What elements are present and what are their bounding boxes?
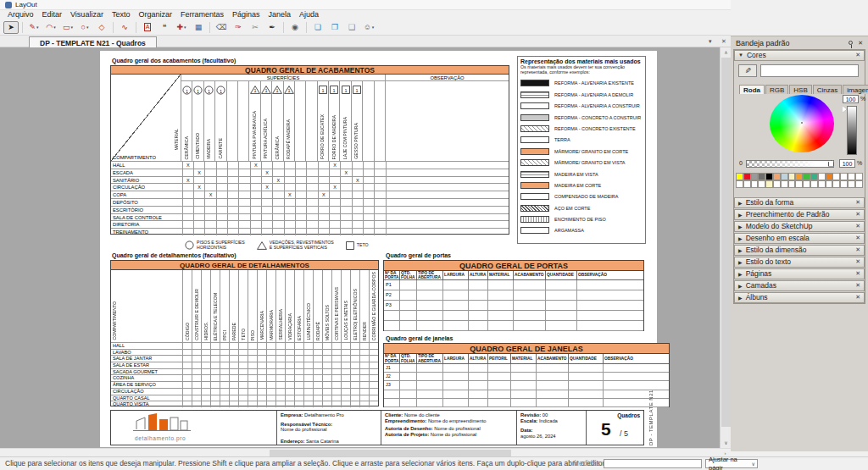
color-swatch[interactable] xyxy=(736,180,743,188)
menu-visualizar[interactable]: Visualizar xyxy=(66,10,108,19)
section-close-icon[interactable]: ✕ xyxy=(855,258,860,265)
section-close-icon[interactable]: ✕ xyxy=(855,211,860,218)
arc-tool[interactable]: ◠▾ xyxy=(43,21,58,34)
tab-close-icon[interactable]: ✕ xyxy=(721,38,726,45)
color-swatch[interactable] xyxy=(826,173,833,180)
label-tool[interactable]: ❝ xyxy=(157,21,172,34)
tab-imagem[interactable]: imagem xyxy=(843,85,868,94)
color-swatch[interactable] xyxy=(855,173,863,180)
section-close-icon[interactable]: ✕ xyxy=(855,199,860,206)
color-swatch[interactable] xyxy=(788,180,796,188)
color-swatch[interactable] xyxy=(781,180,788,188)
value-slider-handle[interactable] xyxy=(843,106,847,113)
tab-roda[interactable]: Roda xyxy=(739,85,765,94)
table-tool[interactable]: ▦ xyxy=(191,21,206,34)
color-swatch[interactable] xyxy=(832,173,840,180)
join-tool[interactable]: ✒ xyxy=(264,21,280,34)
color-swatch[interactable] xyxy=(826,180,833,188)
color-swatch[interactable] xyxy=(818,173,826,180)
color-swatch[interactable] xyxy=(848,180,855,188)
section-estilo-do-texto[interactable]: ▶Estilo do texto✕ xyxy=(734,257,865,268)
horizontal-scrollbar[interactable]: › xyxy=(0,448,731,456)
color-swatch[interactable] xyxy=(758,173,765,180)
opacity-slider-handle[interactable] xyxy=(828,160,834,167)
document-workspace[interactable]: Quadro geral dos acabamentos (facultativ… xyxy=(0,47,731,448)
vertical-scroll-thumb[interactable] xyxy=(721,58,731,427)
select-tool[interactable]: ➤ xyxy=(3,21,19,34)
section-close-icon[interactable]: ✕ xyxy=(855,270,860,277)
polygon-tool[interactable]: ◇ xyxy=(94,21,109,34)
color-swatch[interactable] xyxy=(743,180,751,188)
color-swatch[interactable] xyxy=(840,173,848,180)
account-tool[interactable]: ☺▾ xyxy=(361,21,376,34)
presentation-tool[interactable]: ◉ xyxy=(287,21,303,34)
eyedropper-button[interactable]: ✎ xyxy=(738,64,757,77)
color-swatch[interactable] xyxy=(773,173,781,180)
color-wheel-cursor[interactable] xyxy=(800,121,804,124)
value-percent-input[interactable]: 100 xyxy=(843,95,859,103)
section-camadas[interactable]: ▶Camadas✕ xyxy=(734,280,865,291)
tab-hsb[interactable]: HSB xyxy=(789,85,811,94)
pin-icon[interactable] xyxy=(849,41,853,45)
color-swatch[interactable] xyxy=(758,180,765,188)
menu-janela[interactable]: Janela xyxy=(264,10,295,19)
opacity-slider[interactable] xyxy=(746,160,834,168)
section-close-icon[interactable]: ✕ xyxy=(855,246,860,253)
color-swatch[interactable] xyxy=(795,173,803,180)
color-swatch[interactable] xyxy=(743,173,751,180)
add-page-tool[interactable]: ❏ xyxy=(310,21,326,34)
section-close-icon[interactable]: ✕ xyxy=(855,235,860,241)
section-albuns[interactable]: ▶Álbuns✕ xyxy=(734,292,865,303)
measurements-input[interactable] xyxy=(604,459,702,468)
dimension-tool[interactable]: ✚▾ xyxy=(174,21,189,34)
color-swatch[interactable] xyxy=(810,180,818,188)
color-swatch[interactable] xyxy=(832,180,840,188)
color-swatch[interactable] xyxy=(773,180,781,188)
title-block[interactable]: detalhamento.proEmpresa: Detalhamento Pr… xyxy=(110,410,644,445)
section-estilo-da-dimensao[interactable]: ▶Estilo da dimensão✕ xyxy=(734,245,865,256)
tab-rgb[interactable]: RGB xyxy=(765,85,788,94)
tray-close-icon[interactable]: ✕ xyxy=(858,40,863,47)
menu-organizar[interactable]: Organizar xyxy=(134,10,176,19)
janelas-table[interactable]: QUADRO GERAL DE JANELASNº DA PORTAQTD. F… xyxy=(383,343,670,407)
menu-arquivo[interactable]: Arquivo xyxy=(3,10,38,19)
menu-paginas[interactable]: Páginas xyxy=(228,10,264,19)
section-close-icon[interactable]: ✕ xyxy=(855,223,860,229)
color-swatch[interactable] xyxy=(765,180,773,188)
tab-list-caret-icon[interactable]: ▾ xyxy=(709,38,712,45)
menu-editar[interactable]: Editar xyxy=(38,10,67,19)
section-close-icon[interactable]: ✕ xyxy=(855,294,860,301)
tab-cinzas[interactable]: Cinzas xyxy=(813,85,842,94)
eraser-tool[interactable]: ⌫ xyxy=(214,21,229,34)
color-swatch[interactable] xyxy=(818,180,826,188)
zoom-fit-dropdown[interactable]: Ajustar na págir ∨ xyxy=(705,459,758,468)
document-tab[interactable]: DP - TEMPLATE N21 - Quadros xyxy=(29,36,157,47)
color-swatch[interactable] xyxy=(781,173,788,180)
materials-legend[interactable]: Representação dos materiais mais usadosO… xyxy=(517,56,646,244)
text-tool[interactable]: A xyxy=(140,21,155,34)
section-estilo-da-forma[interactable]: ▶Estilo da forma✕ xyxy=(734,197,865,208)
page-canvas[interactable]: Quadro geral dos acabamentos (facultativ… xyxy=(100,51,657,447)
value-slider[interactable] xyxy=(847,106,857,155)
section-modelo-do-sketchup[interactable]: ▶Modelo do SketchUp✕ xyxy=(734,221,865,232)
circle-tool[interactable]: ○▾ xyxy=(77,21,92,34)
acabamentos-table[interactable]: QUADRO GERAL DE ACABAMENTOSMATERIALCOMPA… xyxy=(110,65,509,235)
menu-texto[interactable]: Texto xyxy=(108,10,135,19)
duplicate-page-tool[interactable]: ❐ xyxy=(327,21,342,34)
style-tool[interactable]: ✑ xyxy=(231,21,246,34)
color-swatch[interactable] xyxy=(788,173,796,180)
color-swatch[interactable] xyxy=(751,180,759,188)
color-swatch[interactable] xyxy=(840,180,848,188)
detalhamentos-table[interactable]: QUADRO GERAL DE DETALHAMENTOSCOMPARTIMEN… xyxy=(110,260,379,406)
section-close-icon[interactable]: ✕ xyxy=(855,282,860,289)
color-swatch[interactable] xyxy=(855,180,863,188)
section-desenho-em-escala[interactable]: ▶Desenho em escala✕ xyxy=(734,233,865,244)
color-swatch[interactable] xyxy=(736,173,743,180)
portas-table[interactable]: QUADRO GERAL DE PORTASNº DA PORTAQTD. FO… xyxy=(383,260,644,331)
section-preenchimento-de-padrao[interactable]: ▶Preenchimento de Padrão✕ xyxy=(734,209,865,220)
line-tool[interactable]: ✎▾ xyxy=(26,21,42,34)
split-tool[interactable]: ✂ xyxy=(248,21,263,34)
delete-page-tool[interactable]: ❑ xyxy=(344,21,359,34)
tray-header[interactable]: Bandeja padrão ✕ xyxy=(732,37,866,48)
color-swatch[interactable] xyxy=(803,180,810,188)
